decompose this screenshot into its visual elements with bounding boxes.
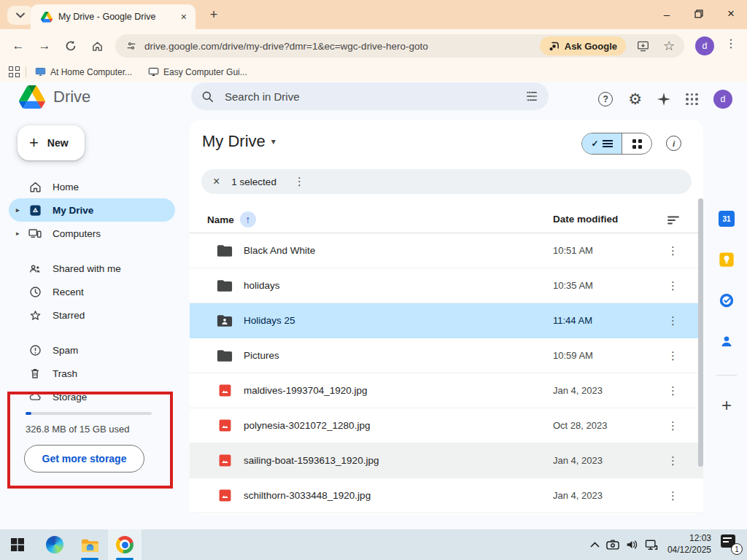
- browser-tab[interactable]: My Drive - Google Drive ×: [31, 4, 196, 29]
- get-more-storage-button[interactable]: Get more storage: [24, 445, 144, 472]
- ask-google-button[interactable]: Ask Google: [540, 36, 626, 55]
- row-menu-button[interactable]: ⋮: [667, 244, 678, 257]
- row-menu-button[interactable]: ⋮: [667, 419, 678, 432]
- tray-camera-icon[interactable]: [606, 540, 619, 550]
- file-row-black-and-white[interactable]: Black And White 10:51 AM ⋮: [190, 233, 703, 268]
- clock-date: 04/12/2025: [667, 545, 711, 556]
- expand-caret-icon[interactable]: ▸: [16, 230, 20, 237]
- list-view-icon: [603, 140, 613, 147]
- back-button[interactable]: ←: [7, 36, 29, 55]
- keep-app-button[interactable]: [718, 251, 735, 268]
- file-row-polynesia[interactable]: polynesia-3021072_1280.jpg Oct 28, 2023 …: [190, 408, 703, 443]
- contacts-icon: [719, 333, 735, 349]
- sparkle-icon: [657, 93, 670, 106]
- search-options-icon[interactable]: [525, 90, 538, 103]
- column-header-row: Name ↑ Date modified: [190, 204, 703, 233]
- sidebar-item-label: Storage: [53, 392, 87, 402]
- sidebar-item-label: Starred: [53, 310, 85, 321]
- new-button[interactable]: + New: [18, 125, 85, 160]
- tab-close-button[interactable]: ×: [179, 11, 188, 23]
- reload-button[interactable]: [60, 36, 82, 55]
- sidebar-item-starred[interactable]: Starred: [9, 303, 175, 327]
- sort-options-button[interactable]: [667, 214, 679, 228]
- home-button[interactable]: [86, 36, 108, 55]
- contacts-app-button[interactable]: [718, 332, 735, 350]
- trash-icon: [28, 366, 42, 381]
- file-row-holidays[interactable]: holidays 10:35 AM ⋮: [190, 268, 703, 303]
- search-input[interactable]: Search in Drive: [191, 82, 549, 110]
- file-row-holidays-25-selected[interactable]: Holidays 25 11:44 AM ⋮: [190, 303, 703, 338]
- browser-profile-avatar[interactable]: d: [695, 36, 714, 55]
- browser-menu-button[interactable]: ⋮: [725, 36, 737, 50]
- tab-search-button[interactable]: [7, 6, 34, 25]
- gemini-sparkle-button[interactable]: [657, 93, 670, 106]
- window-minimize-button[interactable]: –: [651, 0, 683, 28]
- grid-view-button[interactable]: [622, 133, 651, 154]
- tray-network-icon[interactable]: [645, 540, 658, 551]
- expand-caret-icon[interactable]: ▸: [16, 206, 20, 214]
- window-restore-button[interactable]: [683, 0, 715, 28]
- screen: My Drive - Google Drive × + – × ← → driv…: [0, 0, 747, 560]
- notification-center-button[interactable]: 1: [721, 534, 743, 555]
- details-info-button[interactable]: i: [666, 136, 681, 151]
- file-list-scrollbar[interactable]: [698, 198, 703, 467]
- edge-taskbar-button[interactable]: [38, 529, 71, 560]
- window-close-button[interactable]: ×: [715, 0, 747, 28]
- bookmark-item[interactable]: At Home Computer...: [35, 67, 132, 77]
- row-menu-button[interactable]: ⋮: [667, 314, 678, 327]
- tasks-app-button[interactable]: [718, 292, 735, 309]
- calendar-app-button[interactable]: 31: [718, 210, 735, 228]
- sidebar-item-label: Home: [53, 182, 79, 192]
- bookmark-star-button[interactable]: ☆: [659, 38, 678, 54]
- file-explorer-taskbar-button[interactable]: [73, 529, 107, 560]
- row-menu-button[interactable]: ⋮: [667, 349, 678, 362]
- file-row-maldives[interactable]: maldives-1993704_1920.jpg Jan 4, 2023 ⋮: [190, 373, 703, 408]
- sidebar-item-shared-with-me[interactable]: Shared with me: [9, 257, 175, 280]
- row-menu-button[interactable]: ⋮: [667, 454, 678, 467]
- add-side-panel-app-button[interactable]: +: [718, 397, 735, 414]
- row-menu-button[interactable]: ⋮: [667, 279, 678, 292]
- chrome-taskbar-button[interactable]: [108, 529, 142, 560]
- sidebar-item-label: Spam: [53, 345, 78, 356]
- sidebar-item-recent[interactable]: Recent: [9, 280, 175, 303]
- column-header-modified[interactable]: Date modified: [553, 214, 618, 225]
- forward-button[interactable]: →: [34, 36, 55, 55]
- new-tab-button[interactable]: +: [204, 5, 223, 24]
- page-title[interactable]: My Drive ▾: [202, 132, 276, 151]
- install-icon: [637, 41, 649, 52]
- selection-menu-button[interactable]: ⋮: [294, 175, 305, 188]
- help-button[interactable]: ?: [598, 92, 613, 106]
- bookmark-apps-icon[interactable]: [9, 66, 20, 77]
- column-header-name[interactable]: Name ↑: [207, 211, 256, 228]
- sidebar-item-trash[interactable]: Trash: [9, 362, 175, 385]
- sort-ascending-icon[interactable]: ↑: [240, 211, 256, 228]
- clear-selection-button[interactable]: ×: [213, 175, 220, 188]
- sidebar-item-home[interactable]: Home: [9, 175, 175, 198]
- tasks-icon: [719, 292, 735, 308]
- row-menu-button[interactable]: ⋮: [667, 489, 678, 502]
- sidebar-item-spam[interactable]: Spam: [9, 338, 175, 362]
- tray-expand-chevron[interactable]: [590, 542, 600, 548]
- drive-profile-avatar[interactable]: d: [713, 90, 732, 109]
- settings-gear-button[interactable]: ⚙: [628, 90, 642, 108]
- taskbar-clock[interactable]: 12:03 04/12/2025: [667, 533, 711, 556]
- ask-google-label: Ask Google: [565, 41, 617, 52]
- list-view-button[interactable]: ✓: [582, 133, 622, 154]
- install-app-button[interactable]: [633, 41, 652, 52]
- file-row-schilthorn[interactable]: schilthorn-3033448_1920.jpg Jan 4, 2023 …: [190, 478, 703, 513]
- file-row-pictures[interactable]: Pictures 10:59 AM ⋮: [190, 338, 703, 373]
- address-bar[interactable]: drive.google.com/drive/my-drive?dmr=1&ec…: [115, 34, 684, 58]
- sidebar-item-label: Recent: [53, 287, 84, 298]
- google-apps-button[interactable]: [686, 93, 698, 106]
- row-menu-button[interactable]: ⋮: [667, 384, 678, 397]
- bookmark-item[interactable]: Easy Computer Gui...: [148, 67, 247, 77]
- sidebar-item-my-drive[interactable]: ▸ My Drive: [9, 198, 175, 222]
- file-row-sailing-boat[interactable]: sailing-boat-1593613_1920.jpg Jan 4, 202…: [190, 443, 703, 478]
- google-side-panel: 31 + ›: [706, 163, 747, 560]
- sidebar-item-storage[interactable]: Storage: [9, 385, 175, 408]
- side-panel-divider: [716, 375, 737, 376]
- bookmarks-divider: [26, 66, 26, 77]
- tray-volume-icon[interactable]: [626, 540, 638, 550]
- start-button[interactable]: [1, 529, 34, 560]
- sidebar-item-computers[interactable]: ▸ Computers: [9, 222, 175, 245]
